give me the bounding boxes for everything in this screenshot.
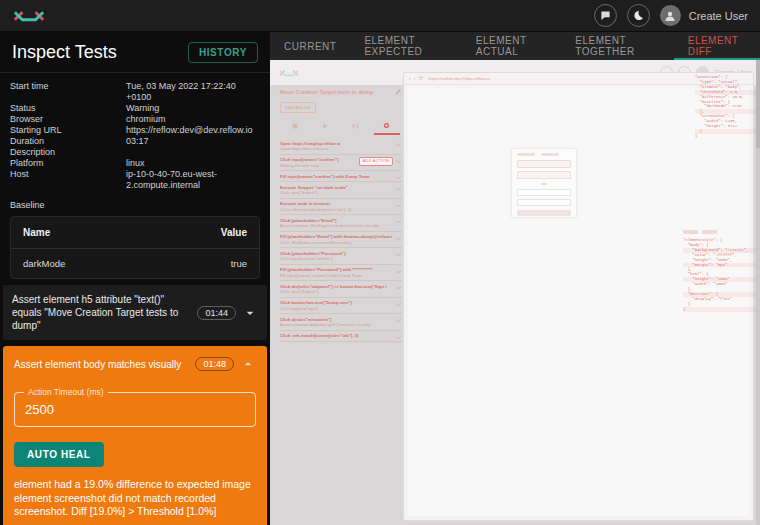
- create-user-button[interactable]: Create User: [689, 10, 748, 22]
- detail-value: 03:17: [126, 136, 256, 147]
- chevron-down-icon: [396, 319, 401, 323]
- diff-step-row: Fill [placeholder="Email"] with thomas+d…: [280, 232, 402, 249]
- baseline-header-name: Name: [23, 227, 50, 238]
- baseline-name: darkMode: [23, 258, 65, 269]
- panel-header: Inspect Tests HISTORY: [0, 32, 270, 73]
- chevron-down-icon: [396, 176, 401, 180]
- detail-label: Platform: [10, 158, 118, 169]
- detail-label: Browser: [10, 114, 118, 125]
- diff-step-actual: Click :nth-match(button[role="tab"], 3): [280, 207, 392, 212]
- preview-scrollbar[interactable]: [756, 60, 760, 525]
- submit-button-bar: [517, 210, 571, 216]
- chevron-down-icon: [396, 270, 401, 274]
- detail-row: Platform linux: [10, 158, 260, 169]
- action-timeout-field: Action Timeout (ms): [14, 392, 256, 427]
- inspect-panel: Inspect Tests HISTORY Start time Tue, 03…: [0, 32, 270, 525]
- user-avatar[interactable]: [660, 5, 681, 26]
- edit-icon: [395, 88, 402, 95]
- chevron-down-icon[interactable]: [242, 305, 258, 321]
- detail-value: Tue, 03 May 2022 17:22:40 +0100: [126, 81, 256, 103]
- detail-value: chromium: [126, 114, 256, 125]
- details-list: Start time Tue, 03 May 2022 17:22:40 +01…: [0, 73, 270, 191]
- chevron-down-icon: [396, 336, 401, 340]
- scrollbar-thumb[interactable]: [756, 60, 760, 148]
- diff-step-expected: Execute code in browser: [280, 201, 392, 206]
- chevron-down-icon: [396, 286, 401, 290]
- diff-step-expected: Click div[role="tabpanel"] >> button:has…: [280, 284, 392, 289]
- diff-step-actual: Click input[name="confirm"]: [280, 256, 392, 261]
- reflow-logo[interactable]: [12, 4, 46, 28]
- duration-badge: 01:44: [197, 306, 236, 320]
- error-line-2: element screenshot did not match recorde…: [14, 492, 256, 519]
- diff-step-expected: Click [placeholder="Email"]: [280, 218, 392, 223]
- detail-value: https://reflow:dev@dev.reflow.io: [126, 125, 256, 136]
- preview-title: Move Creation Target tests to dump: [280, 89, 373, 95]
- person-icon: [664, 10, 676, 22]
- tab[interactable]: CURRENT: [270, 32, 350, 60]
- action-timeout-input[interactable]: [15, 393, 255, 426]
- oauth-button-bar: [517, 171, 571, 179]
- login-tab-bar: [541, 153, 559, 156]
- detail-row: Starting URL https://reflow:dev@dev.refl…: [10, 125, 260, 136]
- auto-heal-button[interactable]: AUTO HEAL: [14, 442, 104, 467]
- duration-badge: 01:48: [195, 357, 234, 371]
- diff-step-expected: Fill input[name="confirm"] with Dump Tea…: [280, 174, 392, 179]
- code-line: }: [683, 307, 757, 312]
- diff-step-expected: Click :nth-match(button[role="tab"], 3): [280, 333, 392, 338]
- action-timeout-label: Action Timeout (ms): [24, 387, 108, 397]
- login-tab-bar: [517, 153, 535, 156]
- diff-step-actual: Click :text("Submit"): [280, 289, 392, 294]
- diff-step-expected: Open https://staging.reflow.io: [280, 141, 392, 146]
- url-text: https://reflow:dev@dev.reflow.io: [428, 76, 490, 81]
- tab[interactable]: ELEMENT TOGETHER: [561, 32, 673, 60]
- tab[interactable]: ELEMENT DIFF: [674, 32, 760, 60]
- step-card-assert-h5[interactable]: Assert element h5 attribute "text()" equ…: [3, 285, 267, 340]
- detail-row: Duration 03:17: [10, 136, 260, 147]
- add-action-button: ADD ACTION: [359, 157, 393, 166]
- diff-step-expected: Execute Snippet "set dark mode": [280, 185, 392, 190]
- stop-icon: [292, 123, 298, 129]
- chevron-down-icon: [396, 220, 401, 224]
- diff-step-row: Click input[name="confirm"] Waiting for …: [280, 155, 402, 172]
- chevron-up-icon[interactable]: [240, 356, 256, 372]
- baseline-table: Name Value darkMode true: [10, 216, 260, 279]
- detail-label: Host: [10, 169, 118, 191]
- baseline-row: darkMode true: [11, 249, 259, 278]
- baseline-value: true: [231, 258, 247, 269]
- diff-step-row: Execute Snippet "set dark mode" Click :t…: [280, 182, 402, 199]
- diff-step-actual: Open https://dev.reflow.io: [280, 146, 392, 151]
- refresh-icon: ⟳: [419, 76, 424, 82]
- record-indicator: [374, 133, 400, 135]
- detail-value: Warning: [126, 103, 256, 114]
- diff-step-row: Click [placeholder="Password"] Click inp…: [280, 248, 402, 265]
- chat-icon: [600, 10, 611, 21]
- history-button[interactable]: HISTORY: [188, 42, 258, 63]
- diff-step-row: Fill [placeholder="Password"] with *****…: [280, 265, 402, 282]
- detail-value: [126, 147, 256, 158]
- mini-tab: [702, 230, 717, 234]
- step-header[interactable]: Assert element body matches visually 01:…: [14, 356, 256, 372]
- detail-label: Description: [10, 147, 118, 158]
- chevron-down-icon: [396, 187, 401, 191]
- diff-step-actual: Assert element .MuiPaper-rounded matches…: [280, 223, 392, 228]
- diff-step-row: Execute code in browser Click :nth-match…: [280, 199, 402, 216]
- diff-step-actual: Click img[alt="logo"]: [280, 306, 392, 311]
- feedback-button[interactable]: [594, 4, 617, 27]
- code-mini-tabs: [683, 230, 717, 234]
- diff-step-row: Fill input[name="confirm"] with Dump Tea…: [280, 171, 402, 182]
- moon-icon: [633, 10, 644, 21]
- tab[interactable]: ELEMENT ACTUAL: [462, 32, 561, 60]
- dark-mode-toggle[interactable]: [627, 4, 650, 27]
- detail-value: linux: [126, 158, 256, 169]
- back-icon: ‹: [409, 76, 411, 82]
- tab[interactable]: ELEMENT EXPECTED: [350, 32, 461, 60]
- skip-next-icon: [352, 123, 359, 129]
- variables-button: VARIABLES: [280, 102, 316, 113]
- diff-step-row: Click button:has-text("Dump user") Click…: [280, 298, 402, 315]
- detail-row: Browser chromium: [10, 114, 260, 125]
- controls-underline: [280, 134, 402, 135]
- baseline-label: Baseline: [0, 191, 270, 216]
- diff-step-actual: Click :text("Submit"): [280, 190, 392, 195]
- baseline-table-body: darkMode true: [11, 249, 259, 278]
- step-card-assert-visual[interactable]: Assert element body matches visually 01:…: [3, 346, 267, 525]
